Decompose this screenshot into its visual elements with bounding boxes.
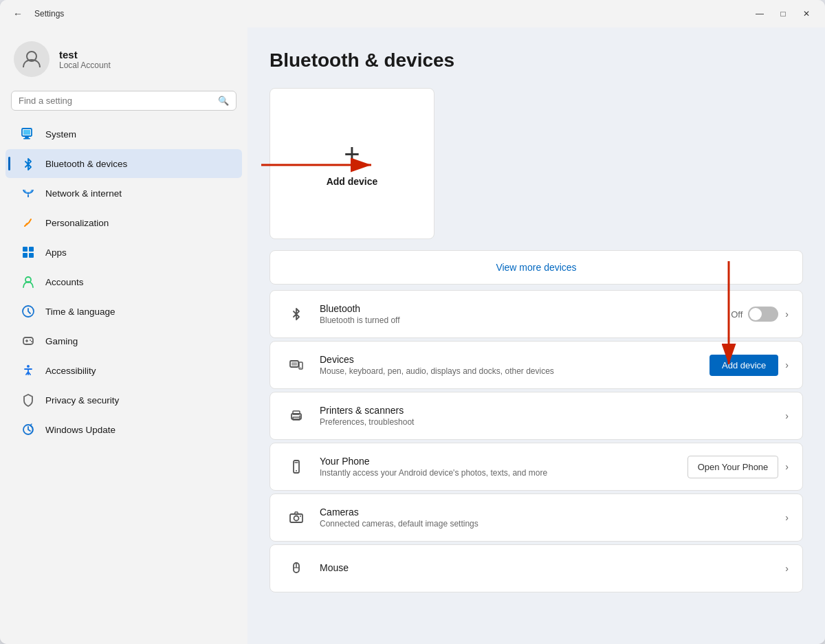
printers-row-icon — [284, 403, 309, 428]
personalization-icon — [21, 215, 36, 230]
sidebar-item-update-label: Windows Update — [45, 425, 116, 435]
mouse-row-actions: › — [785, 563, 789, 574]
settings-window: ← Settings — □ ✕ test Local Account — [0, 0, 825, 644]
view-more-devices-row[interactable]: View more devices — [270, 250, 803, 285]
svg-rect-26 — [293, 411, 300, 414]
back-button[interactable]: ← — [8, 4, 28, 23]
sidebar-item-time[interactable]: Time & language — [6, 297, 242, 326]
mouse-row-title: Mouse — [320, 562, 774, 573]
svg-point-33 — [294, 516, 299, 521]
cameras-row-title: Cameras — [320, 507, 774, 518]
sidebar-item-apps-label: Apps — [45, 247, 67, 258]
sidebar-item-time-label: Time & language — [45, 307, 116, 317]
devices-row-actions: Add device › — [710, 355, 789, 376]
user-info: test Local Account — [59, 49, 111, 70]
sidebar-item-bluetooth-label: Bluetooth & devices — [45, 159, 127, 169]
svg-point-17 — [30, 340, 31, 341]
svg-rect-11 — [29, 253, 34, 258]
sidebar-item-gaming-label: Gaming — [45, 336, 78, 346]
view-more-label: View more devices — [496, 262, 576, 273]
system-icon — [21, 126, 36, 142]
sidebar-item-personalization-label: Personalization — [45, 218, 109, 228]
sidebar-item-system-label: System — [45, 129, 76, 140]
sidebar-item-bluetooth[interactable]: Bluetooth & devices — [6, 149, 242, 178]
svg-point-30 — [296, 470, 297, 471]
user-name: test — [59, 49, 111, 60]
svg-rect-22 — [292, 362, 297, 366]
svg-point-24 — [300, 367, 302, 368]
printers-row-title: Printers & scanners — [320, 405, 774, 416]
privacy-icon — [21, 392, 36, 408]
devices-row-subtitle: Mouse, keyboard, pen, audio, displays an… — [320, 366, 698, 376]
svg-point-7 — [26, 223, 28, 225]
user-account-type: Local Account — [59, 60, 111, 70]
svg-rect-27 — [293, 417, 300, 420]
titlebar-controls: — □ ✕ — [749, 5, 817, 22]
titlebar-left: ← Settings — [8, 4, 64, 23]
maximize-button[interactable]: □ — [773, 5, 793, 22]
svg-point-28 — [299, 416, 300, 417]
svg-rect-10 — [23, 253, 28, 258]
phone-row[interactable]: Your Phone Instantly access your Android… — [270, 443, 803, 491]
svg-point-34 — [300, 515, 301, 517]
content-area: Bluetooth & devices + Add device View mo… — [248, 27, 825, 644]
accessibility-icon — [21, 363, 36, 378]
update-icon — [21, 422, 36, 437]
phone-row-title: Your Phone — [320, 456, 676, 467]
network-icon — [21, 186, 36, 201]
svg-point-18 — [31, 341, 32, 342]
sidebar-item-system[interactable]: System — [6, 120, 242, 148]
sidebar-item-network-label: Network & internet — [45, 188, 122, 199]
sidebar-item-accessibility[interactable]: Accessibility — [6, 356, 242, 385]
phone-row-subtitle: Instantly access your Android device's p… — [320, 468, 676, 478]
sidebar-item-gaming[interactable]: Gaming — [6, 326, 242, 355]
search-icon[interactable]: 🔍 — [218, 96, 229, 106]
search-box[interactable]: 🔍 — [11, 91, 236, 111]
window-title: Settings — [34, 9, 64, 19]
mouse-row[interactable]: Mouse › — [270, 544, 803, 592]
bluetooth-row[interactable]: Bluetooth Bluetooth is turned off Off › — [270, 290, 803, 338]
open-your-phone-button[interactable]: Open Your Phone — [688, 456, 779, 478]
mouse-chevron-icon: › — [785, 563, 789, 574]
add-device-card[interactable]: + Add device — [270, 88, 434, 239]
devices-add-device-button[interactable]: Add device — [710, 355, 778, 376]
devices-row[interactable]: Devices Mouse, keyboard, pen, audio, dis… — [270, 341, 803, 389]
sidebar-item-accounts-label: Accounts — [45, 277, 84, 287]
cameras-chevron-icon: › — [785, 512, 789, 523]
accounts-icon — [21, 274, 36, 289]
cameras-row[interactable]: Cameras Connected cameras, default image… — [270, 493, 803, 542]
page-title: Bluetooth & devices — [270, 49, 803, 71]
sidebar-item-apps[interactable]: Apps — [6, 238, 242, 267]
bluetooth-row-actions: Off › — [731, 307, 789, 322]
sidebar-item-update[interactable]: Windows Update — [6, 415, 242, 444]
sidebar-nav: System Bluetooth & devices Network & int… — [0, 119, 248, 445]
svg-rect-3 — [25, 137, 29, 138]
bluetooth-toggle-container: Off — [731, 307, 778, 322]
main-content: test Local Account 🔍 System — [0, 27, 825, 644]
devices-row-title: Devices — [320, 354, 698, 365]
phone-chevron-icon: › — [785, 461, 789, 472]
sidebar-item-personalization[interactable]: Personalization — [6, 208, 242, 237]
user-section: test Local Account — [0, 27, 248, 88]
sidebar-item-network[interactable]: Network & internet — [6, 179, 242, 208]
avatar — [14, 41, 50, 77]
time-icon — [21, 304, 36, 319]
bluetooth-chevron-icon: › — [785, 309, 789, 320]
sidebar-item-privacy[interactable]: Privacy & security — [6, 386, 242, 414]
printers-row-actions: › — [785, 410, 789, 421]
devices-row-icon — [284, 353, 309, 377]
gaming-icon — [21, 333, 36, 348]
bluetooth-icon — [21, 156, 36, 171]
printers-row[interactable]: Printers & scanners Preferences, trouble… — [270, 392, 803, 440]
minimize-button[interactable]: — — [749, 5, 770, 22]
printers-row-text: Printers & scanners Preferences, trouble… — [320, 405, 774, 427]
sidebar-item-accounts[interactable]: Accounts — [6, 267, 242, 296]
sidebar: test Local Account 🔍 System — [0, 27, 248, 644]
cameras-row-actions: › — [785, 512, 789, 523]
search-input[interactable] — [19, 96, 212, 106]
close-button[interactable]: ✕ — [796, 5, 817, 22]
bluetooth-toggle[interactable] — [748, 307, 778, 322]
svg-rect-4 — [23, 138, 30, 140]
sidebar-item-privacy-label: Privacy & security — [45, 395, 119, 406]
cameras-row-icon — [284, 505, 309, 530]
